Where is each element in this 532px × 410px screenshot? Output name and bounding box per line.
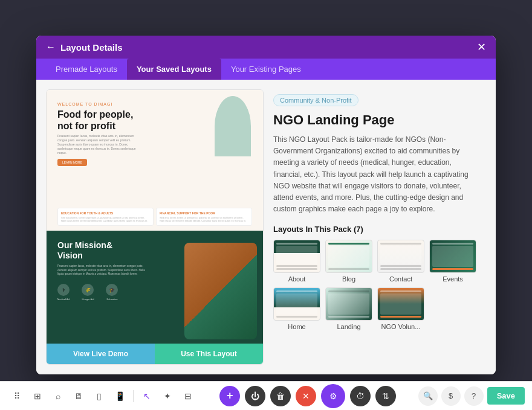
medical-label: Medical Aid (57, 298, 70, 301)
preview-panel: WELCOME TO DIMAGI Food for people, not f… (46, 89, 264, 365)
layout-label-events: Events (429, 275, 476, 283)
preview-image: WELCOME TO DIMAGI Food for people, not f… (47, 90, 263, 344)
layout-item-events[interactable]: Events (429, 240, 476, 283)
layout-label-contact: Contact (377, 275, 424, 283)
info-panel: Community & Non-Profit NGO Landing Page … (264, 89, 486, 365)
toolbar-monitor-button[interactable]: 🖥 (69, 386, 88, 406)
toolbar-divider-1 (133, 390, 134, 402)
layout-thumb-about (273, 240, 320, 273)
toolbar-dots-button[interactable]: ⠿ (7, 386, 27, 406)
toolbar-grid-button[interactable]: ⊞ (28, 386, 47, 406)
category-badge: Community & Non-Profit (273, 94, 358, 106)
toolbar-search-button[interactable]: ⌕ (48, 386, 68, 406)
icon-hunger: 🌾 Hunger Aid (82, 284, 94, 301)
card2-title: FINANCIAL SUPPORT FOR THE POOR (160, 211, 248, 215)
modal-title: Layout Details (60, 42, 123, 53)
toolbar-power-button[interactable]: ⏻ (245, 386, 265, 406)
layout-label-about: About (273, 275, 320, 283)
layout-label-home: Home (273, 323, 320, 330)
layout-title: NGO Landing Page (273, 112, 476, 128)
toolbar-center-group: + ⏻ 🗑 ✕ ⚙ ⏱ ⇅ (219, 384, 396, 408)
preview-cta-buttons: View Live Demo Use This Layout (47, 344, 263, 364)
layout-item-blog[interactable]: Blog (325, 240, 372, 283)
toolbar-clock-button[interactable]: ⏱ (350, 386, 371, 406)
view-demo-button[interactable]: View Live Demo (47, 344, 155, 364)
back-icon[interactable]: ← (46, 42, 56, 53)
layout-label-blog: Blog (325, 275, 372, 283)
preview-top-section: WELCOME TO DIMAGI Food for people, not f… (47, 90, 263, 208)
tab-saved[interactable]: Your Saved Layouts (127, 59, 221, 80)
toolbar-help-button[interactable]: ? (464, 386, 484, 406)
layouts-in-pack-heading: Layouts In This Pack (7) (273, 225, 476, 234)
toolbar-dollar-button[interactable]: $ (441, 386, 461, 406)
education-label: Education (106, 298, 118, 301)
preview-mission-text: Praesent sapien lacus, molestie vitae ar… (57, 264, 148, 277)
preview-person-graphic (215, 96, 251, 156)
toolbar-delete-button[interactable]: 🗑 (270, 386, 291, 406)
layout-item-landing[interactable]: Landing (325, 287, 372, 330)
toolbar-close-button[interactable]: ✕ (296, 386, 316, 406)
header-left: ← Layout Details (46, 42, 123, 53)
preview-card-financial: FINANCIAL SUPPORT FOR THE POOR Sed arcu … (156, 208, 252, 226)
tab-existing[interactable]: Your Existing Pages (221, 59, 311, 80)
preview-mission-title: Our Mission& Vision (57, 240, 130, 261)
education-icon: 🎓 (106, 284, 118, 296)
toolbar-right-group: 🔍 $ ? Save (418, 386, 525, 406)
layout-thumb-ngo (377, 287, 424, 321)
layout-thumb-home (273, 287, 320, 321)
layout-thumb-blog (325, 240, 372, 273)
layout-thumb-events (429, 240, 476, 273)
modal-header: ← Layout Details ✕ (36, 36, 496, 59)
toolbar-table-button[interactable]: ⊟ (178, 386, 198, 406)
toolbar-mobile-button[interactable]: 📱 (110, 386, 129, 406)
toolbar-select-button[interactable]: ↖ (137, 386, 157, 406)
layout-details-modal: ← Layout Details ✕ Premade Layouts Your … (36, 36, 496, 374)
preview-figure-graphic (184, 243, 257, 339)
icon-education: 🎓 Education (106, 284, 118, 301)
toolbar-settings-button[interactable]: ⚙ (321, 384, 345, 408)
bottom-toolbar: ⠿ ⊞ ⌕ 🖥 ▯ 📱 ↖ ✦ ⊟ + ⏻ 🗑 ✕ ⚙ ⏱ ⇅ 🔍 $ ? Sa… (0, 381, 532, 410)
toolbar-search2-button[interactable]: 🔍 (418, 386, 438, 406)
toolbar-wand-button[interactable]: ✦ (158, 386, 177, 406)
medical-icon: ⚕ (57, 284, 70, 296)
layouts-grid: About Blog (273, 240, 476, 330)
close-button[interactable]: ✕ (477, 42, 486, 53)
use-layout-button[interactable]: Use This Layout (155, 344, 263, 364)
hunger-icon: 🌾 (82, 284, 94, 296)
toolbar-sliders-button[interactable]: ⇅ (375, 386, 396, 406)
modal-body: WELCOME TO DIMAGI Food for people, not f… (36, 80, 496, 374)
card1-title: EDUCATION FOR YOUTH & ADULTS (61, 211, 150, 215)
card2-text: Sed arcu lorem, lorem ut pretium ut, pul… (160, 216, 248, 222)
save-button[interactable]: Save (487, 387, 525, 405)
hunger-label: Hunger Aid (82, 298, 94, 301)
preview-card-education: EDUCATION FOR YOUTH & ADULTS Sed arcu lo… (57, 208, 154, 226)
preview-bottom-section: Our Mission& Vision Praesent sapien lacu… (47, 231, 263, 344)
tab-premade[interactable]: Premade Layouts (46, 59, 127, 80)
preview-description: Praesent sapien lacus, molestie vitae ar… (57, 134, 142, 155)
toolbar-tablet-button[interactable]: ▯ (89, 386, 109, 406)
toolbar-left-group: ⠿ ⊞ ⌕ 🖥 ▯ 📱 ↖ ✦ ⊟ (7, 386, 198, 406)
layout-item-ngo[interactable]: NGO Volun... (377, 287, 424, 330)
layout-description: This NGO Layout Pack is tailor-made for … (273, 134, 476, 215)
layout-item-contact[interactable]: Contact (377, 240, 424, 283)
layout-item-about[interactable]: About (273, 240, 320, 283)
icon-medical: ⚕ Medical Aid (57, 284, 70, 301)
modal-tabs: Premade Layouts Your Saved Layouts Your … (36, 59, 496, 80)
layout-thumb-landing (325, 287, 372, 321)
toolbar-add-button[interactable]: + (219, 386, 240, 406)
layout-label-ngo: NGO Volun... (377, 323, 424, 330)
preview-cta-button: LEARN MORE (57, 159, 87, 166)
layout-thumb-contact (377, 240, 424, 273)
layout-item-home[interactable]: Home (273, 287, 320, 330)
preview-headline: Food for people, not for profit (57, 109, 136, 132)
preview-cards: EDUCATION FOR YOUTH & ADULTS Sed arcu lo… (47, 208, 263, 231)
layout-label-landing: Landing (325, 323, 372, 330)
card1-text: Sed arcu lorem, lorem ut pretium ut, pul… (61, 216, 150, 222)
